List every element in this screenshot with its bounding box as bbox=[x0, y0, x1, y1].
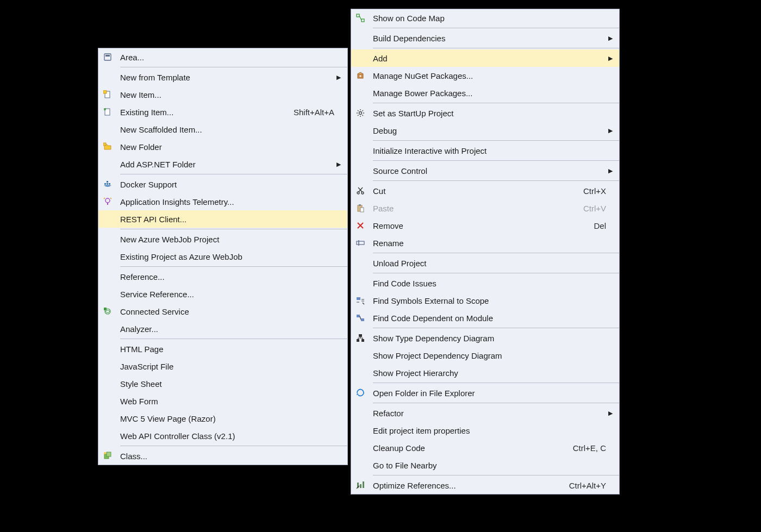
optimize-refs-icon bbox=[351, 481, 370, 490]
submenu-arrow-icon: ▶ bbox=[334, 74, 343, 81]
menu-item-manage-bower-packages[interactable]: Manage Bower Packages... bbox=[351, 84, 619, 102]
menu-item-add-asp-net-folder[interactable]: Add ASP.NET Folder▶ bbox=[98, 155, 347, 173]
menu-item-area[interactable]: Area... bbox=[98, 48, 347, 66]
shortcut-label: Shift+Alt+A bbox=[294, 108, 343, 117]
menu-item-label: Set as StartUp Project bbox=[370, 109, 615, 118]
menu-item-label: Edit project item properties bbox=[370, 426, 615, 435]
menu-item-rest-api-client[interactable]: REST API Client... bbox=[98, 210, 347, 228]
menu-item-source-control[interactable]: Source Control▶ bbox=[351, 162, 619, 179]
menu-separator bbox=[373, 103, 619, 103]
menu-item-label: Class... bbox=[117, 452, 343, 461]
menu-item-build-dependencies[interactable]: Build Dependencies▶ bbox=[351, 29, 619, 47]
menu-item-show-type-dependency-diagram[interactable]: Show Type Dependency Diagram bbox=[351, 329, 619, 347]
menu-separator bbox=[373, 180, 619, 181]
menu-item-paste[interactable]: PasteCtrl+V bbox=[351, 199, 619, 217]
rename-icon bbox=[351, 239, 370, 247]
menu-separator bbox=[373, 383, 619, 383]
shortcut-label: Ctrl+X bbox=[583, 186, 615, 196]
menu-separator bbox=[373, 253, 619, 253]
menu-item-open-folder-in-file-explorer[interactable]: Open Folder in File Explorer bbox=[351, 384, 619, 402]
menu-item-class[interactable]: Class... bbox=[98, 447, 347, 465]
menu-item-show-project-hierarchy[interactable]: Show Project Hierarchy bbox=[351, 364, 619, 381]
menu-item-docker-support[interactable]: Docker Support bbox=[98, 176, 347, 193]
menu-item-application-insights-telemetry[interactable]: Application Insights Telemetry... bbox=[98, 193, 347, 210]
remove-icon bbox=[351, 221, 370, 230]
find-dependent-icon bbox=[351, 314, 370, 322]
menu-item-label: Existing Project as Azure WebJob bbox=[117, 252, 343, 261]
area-icon bbox=[98, 53, 117, 61]
menu-item-label: Paste bbox=[370, 204, 583, 213]
menu-item-label: Area... bbox=[117, 53, 343, 62]
menu-separator bbox=[120, 339, 347, 339]
menu-item-connected-service[interactable]: Connected Service bbox=[98, 303, 347, 320]
menu-item-label: Show Type Dependency Diagram bbox=[370, 334, 615, 343]
menu-item-label: Add bbox=[370, 54, 606, 63]
menu-item-label: Service Reference... bbox=[117, 290, 343, 299]
menu-item-new-item[interactable]: New Item... bbox=[98, 86, 347, 103]
menu-item-analyzer[interactable]: Analyzer... bbox=[98, 320, 347, 337]
menu-item-find-symbols-external-to-scope[interactable]: Find Symbols External to Scope bbox=[351, 292, 619, 309]
menu-item-new-folder[interactable]: New Folder bbox=[98, 138, 347, 155]
menu-item-debug[interactable]: Debug▶ bbox=[351, 122, 619, 139]
menu-item-add[interactable]: Add▶ bbox=[351, 49, 619, 67]
menu-separator bbox=[120, 229, 347, 229]
menu-item-web-api-controller-class-v2-1[interactable]: Web API Controller Class (v2.1) bbox=[98, 427, 347, 445]
menu-item-remove[interactable]: RemoveDel bbox=[351, 217, 619, 234]
menu-item-initialize-interactive-with-project[interactable]: Initialize Interactive with Project bbox=[351, 142, 619, 159]
menu-item-existing-project-as-azure-webjob[interactable]: Existing Project as Azure WebJob bbox=[98, 248, 347, 265]
menu-item-label: Web Form bbox=[117, 397, 343, 406]
menu-item-javascript-file[interactable]: JavaScript File bbox=[98, 358, 347, 375]
submenu-arrow-icon: ▶ bbox=[334, 161, 343, 168]
menu-item-manage-nuget-packages[interactable]: Manage NuGet Packages... bbox=[351, 67, 619, 84]
menu-separator bbox=[373, 273, 619, 273]
menu-item-service-reference[interactable]: Service Reference... bbox=[98, 285, 347, 303]
menu-item-go-to-file-nearby[interactable]: Go to File Nearby bbox=[351, 456, 619, 474]
menu-item-label: Application Insights Telemetry... bbox=[117, 197, 343, 206]
menu-item-label: Manage Bower Packages... bbox=[370, 89, 615, 98]
shortcut-label: Ctrl+Alt+Y bbox=[569, 481, 615, 490]
class-icon bbox=[98, 452, 117, 460]
open-folder-icon bbox=[351, 389, 370, 397]
menu-item-find-code-dependent-on-module[interactable]: Find Code Dependent on Module bbox=[351, 309, 619, 327]
menu-separator bbox=[373, 140, 619, 141]
menu-item-label: Reference... bbox=[117, 272, 343, 281]
menu-item-new-from-template[interactable]: New from Template▶ bbox=[98, 68, 347, 86]
menu-item-existing-item[interactable]: Existing Item...Shift+Alt+A bbox=[98, 103, 347, 121]
menu-item-web-form[interactable]: Web Form bbox=[98, 392, 347, 410]
menu-item-label: Show Project Dependency Diagram bbox=[370, 351, 615, 360]
menu-item-refactor[interactable]: Refactor▶ bbox=[351, 404, 619, 422]
menu-item-show-on-code-map[interactable]: Show on Code Map bbox=[351, 9, 619, 27]
add-submenu: Area...New from Template▶New Item...Exis… bbox=[98, 48, 348, 465]
menu-item-label: Rename bbox=[370, 239, 615, 248]
menu-item-unload-project[interactable]: Unload Project bbox=[351, 254, 619, 272]
menu-item-cut[interactable]: CutCtrl+X bbox=[351, 182, 619, 199]
menu-item-label: Analyzer... bbox=[117, 324, 343, 334]
menu-separator bbox=[120, 266, 347, 267]
menu-item-new-scaffolded-item[interactable]: New Scaffolded Item... bbox=[98, 121, 347, 138]
menu-item-style-sheet[interactable]: Style Sheet bbox=[98, 375, 347, 392]
submenu-arrow-icon: ▶ bbox=[606, 167, 615, 174]
menu-item-mvc-5-view-page-razor[interactable]: MVC 5 View Page (Razor) bbox=[98, 410, 347, 427]
menu-item-label: Existing Item... bbox=[117, 108, 294, 117]
menu-item-cleanup-code[interactable]: Cleanup CodeCtrl+E, C bbox=[351, 439, 619, 456]
menu-item-optimize-references[interactable]: Optimize References...Ctrl+Alt+Y bbox=[351, 477, 619, 494]
menu-item-label: New Azure WebJob Project bbox=[117, 235, 343, 244]
menu-item-reference[interactable]: Reference... bbox=[98, 268, 347, 285]
menu-item-label: New Scaffolded Item... bbox=[117, 125, 343, 134]
menu-item-label: Manage NuGet Packages... bbox=[370, 71, 615, 80]
existing-item-icon bbox=[98, 108, 117, 116]
menu-item-rename[interactable]: Rename bbox=[351, 234, 619, 252]
menu-item-html-page[interactable]: HTML Page bbox=[98, 340, 347, 358]
menu-item-show-project-dependency-diagram[interactable]: Show Project Dependency Diagram bbox=[351, 347, 619, 364]
submenu-arrow-icon: ▶ bbox=[606, 127, 615, 134]
menu-separator bbox=[120, 446, 347, 446]
menu-item-new-azure-webjob-project[interactable]: New Azure WebJob Project bbox=[98, 230, 347, 248]
submenu-arrow-icon: ▶ bbox=[606, 55, 615, 62]
menu-item-find-code-issues[interactable]: Find Code Issues bbox=[351, 274, 619, 292]
menu-item-label: Docker Support bbox=[117, 180, 343, 189]
menu-item-label: Find Code Issues bbox=[370, 279, 615, 288]
code-map-icon bbox=[351, 14, 370, 22]
menu-item-edit-project-item-properties[interactable]: Edit project item properties bbox=[351, 422, 619, 439]
nuget-icon bbox=[351, 71, 370, 80]
menu-item-set-as-startup-project[interactable]: Set as StartUp Project bbox=[351, 104, 619, 122]
